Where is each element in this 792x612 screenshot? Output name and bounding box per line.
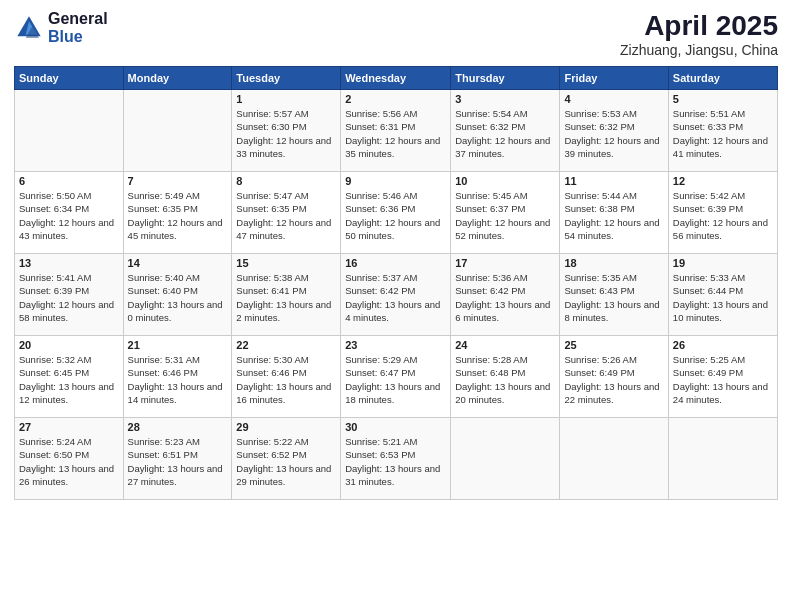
logo-text: General Blue <box>48 10 108 45</box>
day-cell: 4Sunrise: 5:53 AMSunset: 6:32 PMDaylight… <box>560 90 668 172</box>
day-cell: 21Sunrise: 5:31 AMSunset: 6:46 PMDayligh… <box>123 336 232 418</box>
day-number: 5 <box>673 93 773 105</box>
day-number: 22 <box>236 339 336 351</box>
weekday-tuesday: Tuesday <box>232 67 341 90</box>
day-number: 9 <box>345 175 446 187</box>
day-cell: 7Sunrise: 5:49 AMSunset: 6:35 PMDaylight… <box>123 172 232 254</box>
day-info: Sunrise: 5:36 AMSunset: 6:42 PMDaylight:… <box>455 271 555 324</box>
day-info: Sunrise: 5:21 AMSunset: 6:53 PMDaylight:… <box>345 435 446 488</box>
day-number: 12 <box>673 175 773 187</box>
day-info: Sunrise: 5:23 AMSunset: 6:51 PMDaylight:… <box>128 435 228 488</box>
day-info: Sunrise: 5:53 AMSunset: 6:32 PMDaylight:… <box>564 107 663 160</box>
logo-icon <box>14 13 44 43</box>
day-cell: 19Sunrise: 5:33 AMSunset: 6:44 PMDayligh… <box>668 254 777 336</box>
day-cell: 25Sunrise: 5:26 AMSunset: 6:49 PMDayligh… <box>560 336 668 418</box>
day-info: Sunrise: 5:30 AMSunset: 6:46 PMDaylight:… <box>236 353 336 406</box>
day-number: 6 <box>19 175 119 187</box>
day-number: 14 <box>128 257 228 269</box>
day-info: Sunrise: 5:24 AMSunset: 6:50 PMDaylight:… <box>19 435 119 488</box>
day-info: Sunrise: 5:51 AMSunset: 6:33 PMDaylight:… <box>673 107 773 160</box>
day-cell: 22Sunrise: 5:30 AMSunset: 6:46 PMDayligh… <box>232 336 341 418</box>
day-number: 28 <box>128 421 228 433</box>
day-cell: 29Sunrise: 5:22 AMSunset: 6:52 PMDayligh… <box>232 418 341 500</box>
day-cell: 6Sunrise: 5:50 AMSunset: 6:34 PMDaylight… <box>15 172 124 254</box>
day-info: Sunrise: 5:49 AMSunset: 6:35 PMDaylight:… <box>128 189 228 242</box>
day-info: Sunrise: 5:25 AMSunset: 6:49 PMDaylight:… <box>673 353 773 406</box>
day-number: 27 <box>19 421 119 433</box>
day-cell: 23Sunrise: 5:29 AMSunset: 6:47 PMDayligh… <box>341 336 451 418</box>
day-cell <box>560 418 668 500</box>
logo-general: General <box>48 10 108 28</box>
day-info: Sunrise: 5:29 AMSunset: 6:47 PMDaylight:… <box>345 353 446 406</box>
page-container: General Blue April 2025 Zizhuang, Jiangs… <box>0 0 792 510</box>
day-number: 7 <box>128 175 228 187</box>
day-number: 2 <box>345 93 446 105</box>
week-row-1: 1Sunrise: 5:57 AMSunset: 6:30 PMDaylight… <box>15 90 778 172</box>
day-info: Sunrise: 5:32 AMSunset: 6:45 PMDaylight:… <box>19 353 119 406</box>
logo-blue: Blue <box>48 28 108 46</box>
day-number: 1 <box>236 93 336 105</box>
week-row-2: 6Sunrise: 5:50 AMSunset: 6:34 PMDaylight… <box>15 172 778 254</box>
day-info: Sunrise: 5:40 AMSunset: 6:40 PMDaylight:… <box>128 271 228 324</box>
day-number: 4 <box>564 93 663 105</box>
day-cell: 18Sunrise: 5:35 AMSunset: 6:43 PMDayligh… <box>560 254 668 336</box>
day-number: 25 <box>564 339 663 351</box>
day-number: 10 <box>455 175 555 187</box>
day-cell: 28Sunrise: 5:23 AMSunset: 6:51 PMDayligh… <box>123 418 232 500</box>
day-number: 24 <box>455 339 555 351</box>
weekday-header-row: SundayMondayTuesdayWednesdayThursdayFrid… <box>15 67 778 90</box>
day-number: 29 <box>236 421 336 433</box>
day-info: Sunrise: 5:50 AMSunset: 6:34 PMDaylight:… <box>19 189 119 242</box>
day-cell: 10Sunrise: 5:45 AMSunset: 6:37 PMDayligh… <box>451 172 560 254</box>
day-cell <box>123 90 232 172</box>
day-number: 17 <box>455 257 555 269</box>
day-info: Sunrise: 5:57 AMSunset: 6:30 PMDaylight:… <box>236 107 336 160</box>
day-cell: 26Sunrise: 5:25 AMSunset: 6:49 PMDayligh… <box>668 336 777 418</box>
day-number: 30 <box>345 421 446 433</box>
day-cell: 15Sunrise: 5:38 AMSunset: 6:41 PMDayligh… <box>232 254 341 336</box>
page-header: General Blue April 2025 Zizhuang, Jiangs… <box>14 10 778 58</box>
day-info: Sunrise: 5:54 AMSunset: 6:32 PMDaylight:… <box>455 107 555 160</box>
day-number: 15 <box>236 257 336 269</box>
day-info: Sunrise: 5:26 AMSunset: 6:49 PMDaylight:… <box>564 353 663 406</box>
day-cell: 20Sunrise: 5:32 AMSunset: 6:45 PMDayligh… <box>15 336 124 418</box>
day-number: 8 <box>236 175 336 187</box>
day-number: 23 <box>345 339 446 351</box>
week-row-4: 20Sunrise: 5:32 AMSunset: 6:45 PMDayligh… <box>15 336 778 418</box>
day-cell: 3Sunrise: 5:54 AMSunset: 6:32 PMDaylight… <box>451 90 560 172</box>
month-title: April 2025 <box>620 10 778 42</box>
day-cell: 2Sunrise: 5:56 AMSunset: 6:31 PMDaylight… <box>341 90 451 172</box>
day-cell: 14Sunrise: 5:40 AMSunset: 6:40 PMDayligh… <box>123 254 232 336</box>
day-number: 11 <box>564 175 663 187</box>
logo: General Blue <box>14 10 108 45</box>
weekday-friday: Friday <box>560 67 668 90</box>
day-info: Sunrise: 5:22 AMSunset: 6:52 PMDaylight:… <box>236 435 336 488</box>
weekday-monday: Monday <box>123 67 232 90</box>
day-cell: 12Sunrise: 5:42 AMSunset: 6:39 PMDayligh… <box>668 172 777 254</box>
day-info: Sunrise: 5:56 AMSunset: 6:31 PMDaylight:… <box>345 107 446 160</box>
day-cell <box>15 90 124 172</box>
day-info: Sunrise: 5:47 AMSunset: 6:35 PMDaylight:… <box>236 189 336 242</box>
day-number: 18 <box>564 257 663 269</box>
day-cell <box>451 418 560 500</box>
day-number: 26 <box>673 339 773 351</box>
day-cell: 27Sunrise: 5:24 AMSunset: 6:50 PMDayligh… <box>15 418 124 500</box>
day-info: Sunrise: 5:45 AMSunset: 6:37 PMDaylight:… <box>455 189 555 242</box>
day-cell <box>668 418 777 500</box>
day-info: Sunrise: 5:46 AMSunset: 6:36 PMDaylight:… <box>345 189 446 242</box>
day-info: Sunrise: 5:35 AMSunset: 6:43 PMDaylight:… <box>564 271 663 324</box>
day-number: 19 <box>673 257 773 269</box>
day-info: Sunrise: 5:44 AMSunset: 6:38 PMDaylight:… <box>564 189 663 242</box>
day-number: 21 <box>128 339 228 351</box>
day-cell: 5Sunrise: 5:51 AMSunset: 6:33 PMDaylight… <box>668 90 777 172</box>
day-cell: 16Sunrise: 5:37 AMSunset: 6:42 PMDayligh… <box>341 254 451 336</box>
weekday-saturday: Saturday <box>668 67 777 90</box>
weekday-sunday: Sunday <box>15 67 124 90</box>
calendar-table: SundayMondayTuesdayWednesdayThursdayFrid… <box>14 66 778 500</box>
day-cell: 17Sunrise: 5:36 AMSunset: 6:42 PMDayligh… <box>451 254 560 336</box>
title-block: April 2025 Zizhuang, Jiangsu, China <box>620 10 778 58</box>
day-info: Sunrise: 5:28 AMSunset: 6:48 PMDaylight:… <box>455 353 555 406</box>
day-number: 3 <box>455 93 555 105</box>
day-info: Sunrise: 5:38 AMSunset: 6:41 PMDaylight:… <box>236 271 336 324</box>
day-info: Sunrise: 5:31 AMSunset: 6:46 PMDaylight:… <box>128 353 228 406</box>
